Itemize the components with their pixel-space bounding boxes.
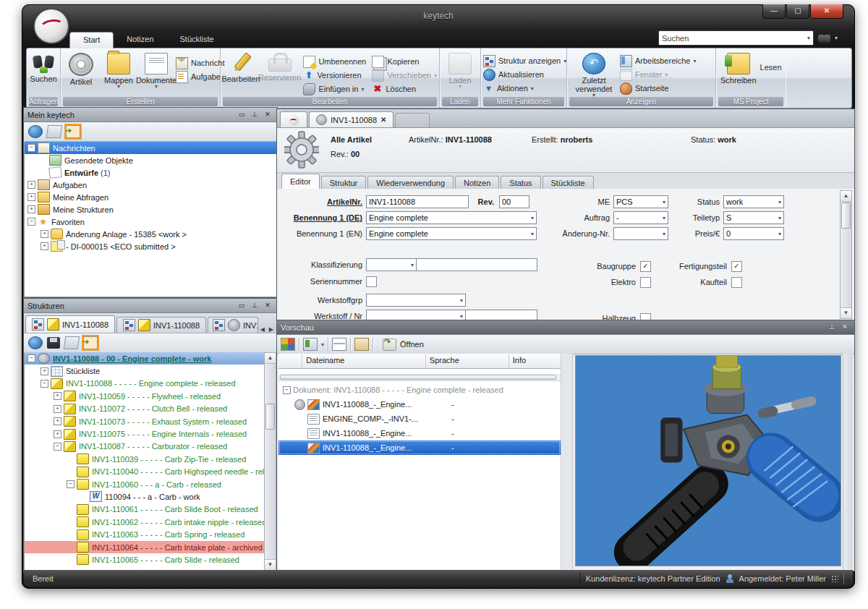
tiles-view-icon[interactable] <box>281 338 295 351</box>
preview-scrollbar[interactable] <box>843 354 853 569</box>
tab-struktur[interactable]: Struktur <box>321 176 367 189</box>
resize-grip[interactable] <box>831 575 838 582</box>
import-icon[interactable] <box>66 125 80 138</box>
tab-scroll-left-icon[interactable]: ◀ <box>258 326 267 333</box>
arbeitsbereiche-button[interactable]: Arbeitsbereiche▾ <box>620 55 696 67</box>
tree-item-nachrichten[interactable]: − Nachrichten <box>25 142 276 154</box>
aufgabe-button[interactable]: Aufgabe <box>176 71 224 82</box>
pin-icon[interactable]: ⊥ <box>826 323 838 333</box>
tree-item-aufgaben[interactable]: + Aufgaben <box>25 179 276 191</box>
collapse-icon[interactable]: − <box>27 218 35 226</box>
schreiben-button[interactable]: Schreiben <box>718 51 759 86</box>
tree-item-meine-strukturen[interactable]: + Meine Strukturen <box>25 203 276 216</box>
tab-stueckliste[interactable]: Stückliste <box>167 32 227 48</box>
close-icon[interactable]: ✕ <box>262 301 273 311</box>
elektro-checkbox[interactable] <box>640 277 651 288</box>
horizontal-scrollbar[interactable] <box>278 374 561 381</box>
preis-select[interactable]: 0▾ <box>723 227 784 240</box>
werkstoffgrp-select[interactable]: ▾ <box>366 294 466 307</box>
tab-scroll-right-icon[interactable]: ▶ <box>267 326 276 333</box>
expand-icon[interactable]: + <box>27 193 35 201</box>
expand-icon[interactable]: + <box>27 205 35 213</box>
structure-tab-2[interactable]: INV1-110088 <box>116 317 206 333</box>
chevron-down-icon[interactable]: ▾ <box>775 215 781 221</box>
structure-item[interactable]: INV1-110065 - - - - - Carb Slide - relea… <box>25 553 265 566</box>
search-input[interactable]: Suchen ▾ <box>658 30 814 46</box>
scroll-up-icon[interactable]: ▲ <box>265 353 276 364</box>
mappen-button[interactable]: Mappen ▾ <box>101 51 137 90</box>
tree-item-favoriten[interactable]: − ★ Favoriten <box>25 216 276 228</box>
dateiname-column-header[interactable]: Dateiname <box>302 354 426 368</box>
tab-start[interactable]: Start <box>69 32 114 48</box>
scroll-thumb[interactable] <box>841 203 851 229</box>
structure-item-archived[interactable]: INV1-110064 - - - - - Carb Intake plate … <box>25 541 265 553</box>
file-row[interactable]: ENGINE_COMP-_-INV1-... - <box>278 412 561 426</box>
seriennummer-checkbox[interactable] <box>366 276 377 287</box>
expand-icon[interactable]: + <box>54 430 61 438</box>
chevron-down-icon[interactable]: ▾ <box>457 313 463 320</box>
status-select[interactable]: work▾ <box>723 195 784 208</box>
print-icon[interactable] <box>64 336 80 349</box>
structure-tab-1[interactable]: INV1-110088 <box>25 315 115 333</box>
tab-editor[interactable]: Editor <box>281 174 320 189</box>
close-tab-icon[interactable]: ✕ <box>380 116 386 124</box>
chevron-down-icon[interactable]: ▾ <box>408 262 414 268</box>
aenderung-nr-select[interactable]: ▾ <box>613 227 668 240</box>
benennung-en-select[interactable]: Engine complete▾ <box>366 227 537 240</box>
baugruppe-checkbox[interactable] <box>640 261 651 272</box>
rev-input[interactable]: 00 <box>499 195 529 208</box>
nachricht-button[interactable]: Nachricht <box>176 57 224 69</box>
pin-icon[interactable]: ⊥ <box>249 110 260 120</box>
structure-item[interactable]: W 110094 - - - a - Carb - work <box>25 490 265 503</box>
scroll-down-icon[interactable]: ▼ <box>265 559 276 570</box>
structure-item[interactable]: INV1-110062 - - - - - Carb intake nipple… <box>25 516 265 528</box>
structure-item[interactable]: − INV1-110060 - - - a - Carb - released <box>25 478 265 490</box>
icon-column-header[interactable] <box>278 354 302 368</box>
structure-item[interactable]: INV1-110063 - - - - - Carb Spring - rele… <box>25 528 265 540</box>
info-column-header[interactable]: Info <box>509 354 561 368</box>
document-tab-stub[interactable] <box>395 113 430 127</box>
auftrag-select[interactable]: -▾ <box>613 211 668 224</box>
structure-item[interactable]: − INV1-110087 - - - - - Carburator - rel… <box>25 440 265 453</box>
expand-icon[interactable]: + <box>41 367 48 375</box>
einfuegen-in-button[interactable]: Einfügen in▾ <box>303 83 366 95</box>
klassifizierung-input[interactable] <box>416 258 537 271</box>
list-scrollbar[interactable] <box>561 354 573 569</box>
aktionen-button[interactable]: ▼ Aktionen▾ <box>483 82 566 94</box>
preview-mode-icon[interactable] <box>303 338 318 351</box>
structure-item[interactable]: + INV1-110075 - - - - - Engine Internals… <box>25 427 265 440</box>
expand-icon[interactable]: + <box>27 181 35 189</box>
struktur-anzeigen-button[interactable]: Struktur anzeigen▾ <box>483 55 566 67</box>
minimize-icon[interactable]: — <box>762 4 786 19</box>
close-icon[interactable]: ✕ <box>810 4 843 19</box>
structure-item[interactable]: − INV1-110088 - - - - - Engine complete … <box>25 378 265 390</box>
chevron-down-icon[interactable]: ▾ <box>835 35 838 41</box>
float-window-icon[interactable]: ▭ <box>236 110 247 120</box>
chevron-down-icon[interactable]: ▾ <box>807 35 810 41</box>
collapse-icon[interactable]: − <box>67 480 75 488</box>
expand-icon[interactable]: + <box>54 417 61 425</box>
binoculars-icon[interactable] <box>818 33 833 44</box>
tree-item-entwuerfe[interactable]: Entwürfe (1) <box>25 166 276 179</box>
chevron-down-icon[interactable]: ▾ <box>660 215 665 221</box>
expand-icon[interactable]: + <box>54 392 61 400</box>
structure-item[interactable]: + INV1-110072 - - - - - Clutch Bell - re… <box>25 403 265 415</box>
verschieben-button[interactable]: Verschieben▾ <box>372 69 437 81</box>
send-objects-icon[interactable] <box>46 125 63 138</box>
file-row[interactable]: INV1-110088_-_Engine... - <box>278 397 561 412</box>
file-row[interactable]: INV1-110088_-_Engine... - <box>278 426 561 440</box>
tree-item-meine-abfragen[interactable]: + Meine Abfragen <box>25 191 276 203</box>
klassifizierung-select[interactable]: ▾ <box>366 258 417 271</box>
document-group-row[interactable]: − Dokument: INV1-110088 - - - - - Engine… <box>278 383 561 397</box>
benennung-de-select[interactable]: Engine complete▾ <box>366 211 537 224</box>
structure-root-item[interactable]: − INV1-110088 - 00 - Engine complete - w… <box>25 352 265 365</box>
umbenennen-button[interactable]: Umbenennen <box>303 56 366 67</box>
laden-button[interactable]: Laden ▾ <box>442 51 478 90</box>
structure-item[interactable]: INV1-110039 - - - - - Carb Zip-Tie - rel… <box>25 453 265 465</box>
split-view-icon[interactable] <box>332 338 346 351</box>
werkstoff-select[interactable]: ▾ <box>366 310 466 320</box>
float-window-icon[interactable]: ▭ <box>236 301 247 311</box>
tab-wiederverwendung[interactable]: Wiederverwendung <box>367 176 454 189</box>
chevron-down-icon[interactable]: ▾ <box>660 231 665 237</box>
open-button[interactable]: Öffnen <box>377 337 430 352</box>
